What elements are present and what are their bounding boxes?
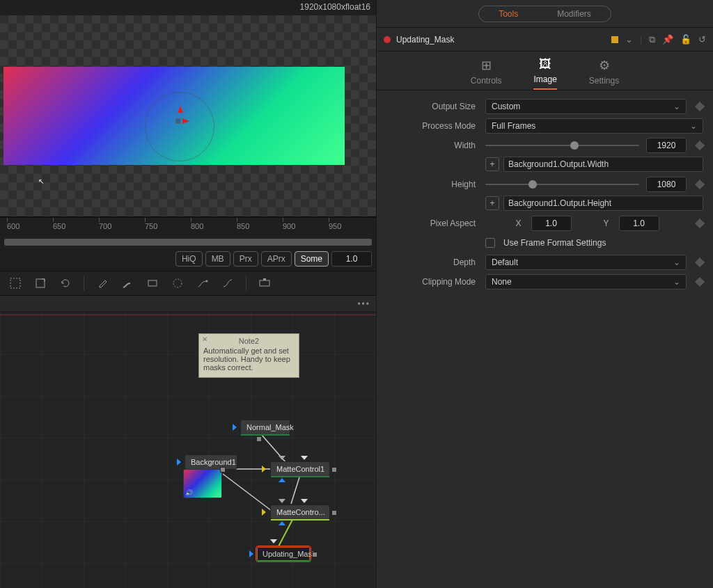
- pin-icon[interactable]: 📌: [662, 34, 673, 45]
- tool-ellipse-icon[interactable]: [169, 275, 186, 292]
- tool-node-icon[interactable]: [256, 275, 273, 292]
- svg-rect-6: [263, 278, 266, 280]
- field-aspect-y[interactable]: 1.0: [619, 216, 659, 231]
- viewer[interactable]: ↖: [0, 15, 376, 217]
- quality-aprx[interactable]: APrx: [261, 251, 292, 267]
- flow-options[interactable]: •••: [357, 299, 370, 309]
- tool-marquee-icon[interactable]: [7, 275, 24, 292]
- time-ruler[interactable]: 600650700750800850900950: [0, 218, 376, 239]
- svg-rect-5: [260, 280, 269, 286]
- add-expression-height[interactable]: +: [485, 196, 499, 210]
- svg-point-3: [173, 279, 182, 287]
- subtab-settings[interactable]: ⚙Settings: [589, 58, 619, 90]
- keyframe-output-size[interactable]: [695, 102, 705, 111]
- node-updating-mask[interactable]: Updating_Mask: [256, 546, 311, 562]
- tool-rectangle-icon[interactable]: [144, 275, 161, 292]
- select-depth[interactable]: Default⌄: [485, 255, 687, 270]
- svg-point-4: [206, 280, 208, 283]
- node-normal-mask[interactable]: Normal_Mask: [240, 420, 290, 435]
- chevron-down-icon[interactable]: ⌄: [625, 34, 633, 45]
- ruler-tick: 650: [53, 222, 65, 230]
- select-clipping[interactable]: None⌄: [485, 274, 687, 289]
- label-clipping: Clipping Mode: [377, 277, 481, 287]
- ruler-tick: 750: [145, 222, 157, 230]
- keyframe-aspect[interactable]: [695, 218, 705, 228]
- expression-width[interactable]: Background1.Output.Width: [503, 157, 703, 172]
- ruler-tick: 800: [191, 222, 203, 230]
- viewer-info: 1920x1080xfloat16: [0, 0, 376, 15]
- label-depth: Depth: [377, 257, 481, 267]
- label-process-mode: Process Mode: [377, 121, 481, 131]
- svg-line-9: [223, 474, 272, 511]
- ruler-tick: 600: [7, 222, 19, 230]
- quality-mb[interactable]: MB: [205, 251, 230, 267]
- quality-some[interactable]: Some: [295, 251, 329, 267]
- label-output-size: Output Size: [377, 102, 481, 111]
- node-background[interactable]: Background1: [185, 454, 237, 470]
- node-background-thumb[interactable]: 🔊: [183, 469, 222, 498]
- label-y: Y: [601, 218, 612, 228]
- selected-node-name: Updating_Mask: [396, 35, 454, 45]
- sticky-note[interactable]: ✕ Note2 Automatically get and set resolu…: [198, 333, 299, 378]
- flow-area[interactable]: ✕ Note2 Automatically get and set resolu…: [0, 312, 376, 588]
- ruler-tick: 950: [329, 222, 341, 230]
- note-title: Note2: [203, 337, 295, 345]
- ruler-tick: 900: [283, 222, 295, 230]
- select-output-size[interactable]: Custom⌄: [485, 99, 687, 114]
- expression-height[interactable]: Background1.Output.Height: [503, 196, 703, 211]
- node-matte-control-1[interactable]: MatteControl1: [270, 461, 330, 477]
- node-matte-control-2[interactable]: MatteContro...: [270, 504, 330, 520]
- subtab-image[interactable]: 🖼Image: [533, 57, 556, 90]
- svg-rect-0: [10, 278, 20, 288]
- label-height: Height: [377, 180, 481, 189]
- label-width: Width: [377, 141, 481, 150]
- slider-height[interactable]: [485, 177, 639, 192]
- svg-rect-2: [148, 280, 157, 286]
- note-body: Automatically get and set resolution. Ha…: [203, 347, 295, 372]
- field-height[interactable]: 1080: [646, 177, 687, 192]
- keyframe-depth[interactable]: [695, 257, 705, 267]
- label-frame-format: Use Frame Format Settings: [503, 238, 606, 248]
- node-color-swatch[interactable]: [611, 36, 618, 43]
- tool-curve-icon[interactable]: [219, 275, 236, 292]
- ruler-tick: 850: [237, 222, 249, 230]
- viewer-scale[interactable]: 1.0: [331, 251, 372, 267]
- flow-toolbar: [0, 271, 376, 296]
- checkbox-frame-format[interactable]: [485, 238, 495, 248]
- transform-handle[interactable]: [173, 116, 184, 127]
- tab-tools[interactable]: Tools: [479, 6, 538, 22]
- time-scrubber[interactable]: [4, 239, 372, 246]
- lock-icon[interactable]: 🔓: [680, 34, 691, 45]
- keyframe-height[interactable]: [695, 180, 705, 189]
- transform-circle[interactable]: [145, 92, 214, 161]
- quality-prx[interactable]: Prx: [233, 251, 258, 267]
- label-x: X: [513, 218, 524, 228]
- close-icon[interactable]: ✕: [202, 335, 207, 343]
- add-expression-width[interactable]: +: [485, 157, 499, 171]
- ruler-tick: 700: [99, 222, 111, 230]
- reset-icon[interactable]: ↺: [698, 34, 706, 45]
- field-aspect-x[interactable]: 1.0: [531, 216, 572, 231]
- subtab-controls[interactable]: ⊞Controls: [471, 58, 502, 90]
- field-width[interactable]: 1920: [646, 138, 687, 153]
- tool-expand-icon[interactable]: [32, 275, 49, 292]
- tool-brush-icon[interactable]: [119, 275, 136, 292]
- versions-icon[interactable]: ⧉: [649, 34, 655, 45]
- tab-modifiers[interactable]: Modifiers: [538, 6, 611, 22]
- keyframe-width[interactable]: [695, 141, 705, 150]
- quality-hiq[interactable]: HiQ: [175, 251, 203, 267]
- tool-eyedropper-icon[interactable]: [94, 275, 111, 292]
- svg-line-10: [291, 477, 299, 504]
- keyframe-clipping[interactable]: [695, 277, 705, 287]
- tool-pen-icon[interactable]: [194, 275, 211, 292]
- cursor-icon: ↖: [38, 177, 44, 185]
- svg-rect-1: [36, 279, 45, 287]
- select-process-mode[interactable]: Full Frames⌄: [485, 118, 703, 134]
- node-enable-toggle[interactable]: [384, 36, 391, 43]
- tool-refresh-icon[interactable]: [57, 275, 74, 292]
- label-pixel-aspect: Pixel Aspect: [377, 218, 481, 228]
- slider-width[interactable]: [485, 138, 639, 153]
